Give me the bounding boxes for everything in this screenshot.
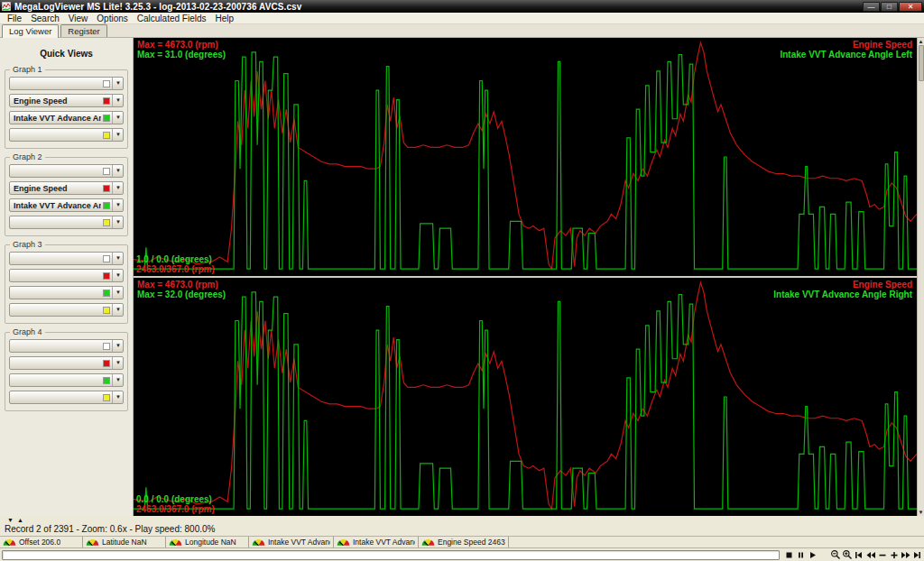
gauge-label: Engine Speed 2463.0 bbox=[438, 538, 505, 547]
step-forward-plus-button[interactable] bbox=[888, 549, 900, 560]
quick-views-title: Quick Views bbox=[4, 49, 129, 59]
splitter-expand-icon[interactable]: ▲ bbox=[17, 517, 23, 524]
tab-log-viewer[interactable]: Log Viewer bbox=[2, 24, 59, 38]
graph1-series1-select[interactable]: ▼ bbox=[9, 77, 124, 90]
graph4-series4-select[interactable]: ▼ bbox=[9, 391, 124, 404]
maximize-button[interactable]: □ bbox=[881, 2, 898, 12]
series-color-chip bbox=[103, 168, 110, 175]
zoom-in-icon[interactable] bbox=[841, 549, 853, 560]
graph3-group-label: Graph 3 bbox=[10, 240, 45, 249]
tab-bar: Log Viewer Register bbox=[0, 24, 924, 38]
record-status-text: Record 2 of 2391 - Zoom: 0.6x - Play spe… bbox=[4, 524, 924, 534]
menu-options[interactable]: Options bbox=[92, 13, 132, 24]
graph1-current-labels: 1.0 / 0.0 (degrees) 2463.0/367.0 (rpm) bbox=[136, 254, 215, 274]
graph2-series2-select[interactable]: Engine Speed▼ bbox=[9, 181, 124, 195]
series-select-value: Engine Speed bbox=[14, 184, 101, 193]
graph1-max-rpm: Max = 4673.0 (rpm) bbox=[137, 40, 226, 50]
series-color-chip bbox=[103, 202, 110, 209]
chevron-down-icon: ▼ bbox=[112, 304, 121, 316]
chevron-down-icon: ▼ bbox=[112, 253, 121, 264]
graph2-max-labels: Max = 4673.0 (rpm) Max = 32.0 (degrees) bbox=[137, 280, 226, 299]
play-button[interactable] bbox=[807, 549, 818, 560]
stop-button[interactable] bbox=[783, 549, 795, 560]
step-back-minus-button[interactable] bbox=[876, 549, 888, 560]
graph1-legend-engine-speed: Engine Speed bbox=[780, 40, 912, 50]
chevron-down-icon: ▼ bbox=[112, 216, 121, 228]
series-color-chip bbox=[103, 80, 110, 87]
transport-bar bbox=[0, 548, 924, 561]
graph4-series3-select[interactable]: ▼ bbox=[9, 373, 124, 387]
series-select-value: Intake VVT Advance Angle Left bbox=[14, 114, 101, 123]
rewind-button[interactable] bbox=[864, 549, 876, 560]
skip-start-button[interactable] bbox=[853, 549, 864, 560]
scrollbar-thumb[interactable] bbox=[919, 45, 924, 81]
skip-end-button[interactable] bbox=[911, 549, 923, 560]
series-color-chip bbox=[103, 394, 110, 401]
graph3-series2-select[interactable]: ▼ bbox=[9, 269, 124, 282]
graph4-series1-select[interactable]: ▼ bbox=[9, 339, 124, 353]
series-color-chip bbox=[103, 185, 110, 192]
pause-button[interactable] bbox=[795, 549, 807, 560]
graph4-series2-select[interactable]: ▼ bbox=[9, 356, 124, 370]
series-select-value: Intake VVT Advance Angle Right bbox=[14, 201, 101, 210]
scroll-up-icon[interactable]: ▲ bbox=[919, 39, 924, 44]
zoom-out-icon[interactable] bbox=[829, 549, 841, 560]
tab-register[interactable]: Register bbox=[60, 24, 106, 37]
fast-forward-button[interactable] bbox=[900, 549, 911, 560]
graph1-legend-vvt-left: Intake VVT Advance Angle Left bbox=[780, 50, 912, 60]
graph1-series4-select[interactable]: ▼ bbox=[9, 128, 124, 142]
gauge-icon bbox=[337, 538, 350, 547]
chart-vertical-scrollbar[interactable]: ▲ ▼ bbox=[917, 38, 924, 516]
graph2-current-rpm: 2463.0/367.0 (rpm) bbox=[136, 504, 215, 514]
graph1-current-degrees: 1.0 / 0.0 (degrees) bbox=[136, 254, 215, 264]
menu-help[interactable]: Help bbox=[211, 13, 239, 24]
graph2-max-degrees: Max = 32.0 (degrees) bbox=[137, 290, 226, 299]
graph2-series1-select[interactable]: ▼ bbox=[9, 164, 124, 178]
graph-panel-2[interactable]: Max = 4673.0 (rpm) Max = 32.0 (degrees) … bbox=[134, 278, 917, 516]
gauge-label: Longitude NaN bbox=[185, 538, 236, 547]
menu-view[interactable]: View bbox=[64, 13, 93, 24]
title-bar: MegaLogViewer MS Lite! 3.25.3 - log-2013… bbox=[0, 0, 924, 13]
gauge-longitude[interactable]: Longitude NaN bbox=[166, 537, 249, 547]
graph1-series2-select[interactable]: Engine Speed▼ bbox=[9, 94, 124, 107]
series-select-value: Engine Speed bbox=[14, 97, 101, 106]
splitter-collapse-icon[interactable]: ▼ bbox=[7, 517, 14, 524]
graph1-group: Graph 1 ▼ Engine Speed▼ Intake VVT Advan… bbox=[5, 69, 128, 149]
series-color-chip bbox=[103, 290, 110, 297]
minimize-button[interactable]: — bbox=[863, 2, 880, 12]
graph3-series1-select[interactable]: ▼ bbox=[9, 252, 124, 265]
gauge-engine-speed[interactable]: Engine Speed 2463.0 bbox=[419, 537, 509, 547]
menu-file[interactable]: File bbox=[3, 13, 26, 24]
chevron-down-icon: ▼ bbox=[112, 287, 121, 299]
menu-search[interactable]: Search bbox=[26, 13, 64, 24]
graph2-group: Graph 2 ▼ Engine Speed▼ Intake VVT Advan… bbox=[5, 157, 128, 236]
series-color-chip bbox=[103, 377, 110, 384]
gauge-icon bbox=[421, 538, 435, 547]
gauge-latitude[interactable]: Latitude NaN bbox=[83, 537, 166, 547]
graph3-series3-select[interactable]: ▼ bbox=[9, 286, 124, 299]
graph2-series-legend: Engine Speed Intake VVT Advance Angle Ri… bbox=[773, 280, 912, 299]
gauge-icon bbox=[252, 538, 265, 547]
graph3-series4-select[interactable]: ▼ bbox=[9, 303, 124, 317]
menu-calculated-fields[interactable]: Calculated Fields bbox=[133, 13, 211, 24]
graph1-series3-select[interactable]: Intake VVT Advance Angle Left▼ bbox=[9, 111, 124, 124]
gauge-vvt-left[interactable]: Intake VVT Advance A bbox=[249, 537, 334, 547]
chevron-down-icon: ▼ bbox=[112, 78, 121, 89]
graph-panel-1[interactable]: Max = 4673.0 (rpm) Max = 31.0 (degrees) … bbox=[134, 38, 917, 276]
graph2-series3-select[interactable]: Intake VVT Advance Angle Right▼ bbox=[9, 198, 124, 212]
gauge-vvt-right[interactable]: Intake VVT Advance A bbox=[334, 537, 419, 547]
graph1-max-degrees: Max = 31.0 (degrees) bbox=[137, 50, 226, 60]
gauge-icon bbox=[169, 538, 182, 547]
graph2-series4-select[interactable]: ▼ bbox=[9, 216, 124, 229]
graph2-group-label: Graph 2 bbox=[10, 152, 45, 161]
gauge-offset[interactable]: Offset 206.0 bbox=[0, 537, 83, 547]
chevron-down-icon: ▼ bbox=[112, 357, 121, 369]
close-button[interactable]: ✕ bbox=[899, 2, 922, 12]
chevron-down-icon: ▼ bbox=[112, 391, 121, 403]
timeline-slider[interactable] bbox=[2, 550, 780, 560]
scroll-down-icon[interactable]: ▼ bbox=[919, 510, 924, 515]
gauge-label: Latitude NaN bbox=[102, 538, 147, 547]
graph1-series-legend: Engine Speed Intake VVT Advance Angle Le… bbox=[780, 40, 912, 60]
chevron-down-icon: ▼ bbox=[112, 129, 121, 141]
series-color-chip bbox=[103, 132, 110, 139]
